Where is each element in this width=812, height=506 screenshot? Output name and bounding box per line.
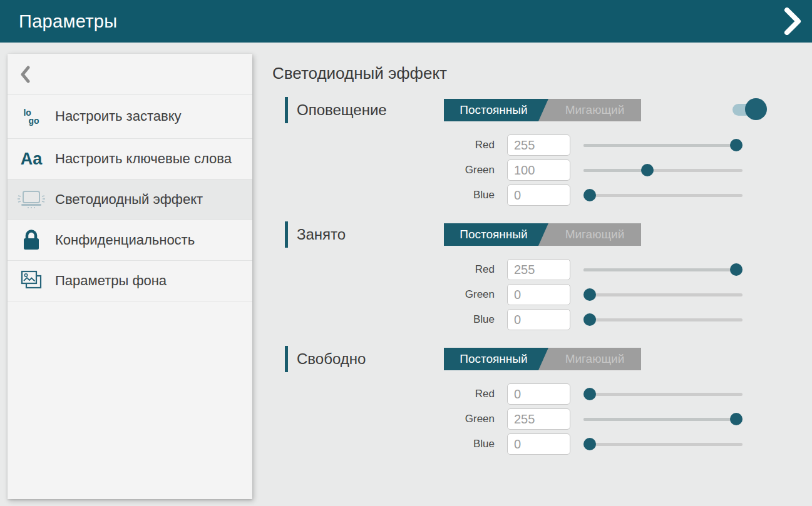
green-value-input[interactable]	[507, 284, 570, 305]
slider-fill	[583, 418, 736, 421]
back-chevron-icon	[20, 66, 31, 83]
sidebar-item-background[interactable]: Параметры фона	[8, 261, 252, 301]
slider-track	[583, 318, 743, 321]
channel-label: Red	[272, 388, 495, 400]
green-slider[interactable]	[583, 284, 743, 305]
red-slider[interactable]	[583, 134, 743, 156]
mode-tabs: Постоянный Мигающий	[444, 223, 641, 246]
sidebar-item-label: Настроить заставку	[55, 100, 192, 133]
section-header: Оповещение Постоянный Мигающий	[272, 97, 812, 123]
tab-solid[interactable]: Постоянный	[444, 223, 548, 246]
channel-row-green: Green	[272, 408, 812, 430]
green-value-input[interactable]	[507, 159, 570, 181]
settings-sidebar: logo Настроить заставку Aa Настроить клю…	[8, 54, 252, 499]
led-screen-icon	[8, 188, 55, 211]
channel-label: Blue	[272, 313, 495, 326]
section-accent-bar	[285, 97, 288, 123]
slider-fill	[583, 268, 736, 271]
channel-row-blue: Blue	[272, 185, 812, 206]
green-value-input[interactable]	[507, 408, 570, 430]
slider-fill	[583, 144, 736, 147]
red-slider[interactable]	[583, 383, 743, 405]
app-header: Параметры	[0, 0, 812, 43]
channel-row-blue: Blue	[272, 309, 812, 330]
section-name: Оповещение	[297, 101, 387, 119]
sidebar-item-label: Параметры фона	[55, 265, 177, 298]
led-effect-panel: Светодиодный эффект Оповещение Постоянны…	[272, 54, 812, 506]
slider-thumb[interactable]	[730, 413, 743, 425]
section-name: Занято	[297, 226, 346, 243]
channel-label: Blue	[272, 438, 495, 450]
slider-track	[583, 194, 743, 197]
sidebar-item-label: Светодиодный эффект	[55, 183, 213, 216]
background-images-icon	[8, 269, 55, 293]
blue-slider[interactable]	[583, 185, 743, 206]
red-value-input[interactable]	[507, 383, 570, 405]
tab-blinking[interactable]: Мигающий	[548, 99, 641, 121]
slider-thumb[interactable]	[583, 388, 596, 400]
channel-label: Red	[272, 263, 495, 276]
channel-row-red: Red	[272, 383, 812, 405]
section-free: Свободно Постоянный Мигающий Red Green	[272, 346, 812, 455]
channel-label: Green	[272, 413, 495, 425]
sidebar-item-label: Конфиденциальность	[55, 224, 205, 257]
blue-slider[interactable]	[583, 433, 743, 455]
tab-blinking[interactable]: Мигающий	[548, 348, 641, 370]
channel-row-blue: Blue	[272, 433, 812, 455]
slider-thumb[interactable]	[641, 164, 654, 176]
rgb-channels: Red Green Blue	[272, 134, 812, 206]
red-slider[interactable]	[583, 259, 743, 280]
slider-track	[583, 393, 743, 396]
sidebar-item-keywords[interactable]: Aa Настроить ключевые слова	[8, 139, 252, 180]
section-accent-bar	[285, 221, 288, 248]
forward-chevron-icon[interactable]	[782, 7, 803, 36]
slider-thumb[interactable]	[583, 189, 596, 201]
channel-label: Green	[272, 288, 495, 301]
red-value-input[interactable]	[507, 134, 570, 156]
sidebar-item-label: Настроить ключевые слова	[55, 143, 242, 176]
text-aa-icon: Aa	[8, 151, 55, 168]
slider-thumb[interactable]	[583, 288, 596, 301]
logo-icon: logo	[8, 109, 55, 125]
section-name: Свободно	[297, 350, 366, 368]
section-header: Занято Постоянный Мигающий	[272, 221, 812, 248]
slider-fill	[583, 169, 647, 172]
slider-thumb[interactable]	[583, 313, 596, 326]
mode-tabs: Постоянный Мигающий	[444, 348, 641, 370]
lock-icon	[8, 228, 55, 252]
slider-thumb[interactable]	[730, 139, 743, 151]
section-header: Свободно Постоянный Мигающий	[272, 346, 812, 372]
blue-value-input[interactable]	[507, 309, 570, 330]
sidebar-item-splash-screen[interactable]: logo Настроить заставку	[8, 95, 252, 139]
channel-row-green: Green	[272, 159, 812, 181]
tab-solid[interactable]: Постоянный	[444, 348, 548, 370]
slider-track	[583, 293, 743, 296]
slider-track	[583, 443, 743, 446]
channel-row-red: Red	[272, 134, 812, 156]
slider-thumb[interactable]	[583, 438, 596, 450]
green-slider[interactable]	[583, 408, 743, 430]
channel-label: Green	[272, 164, 495, 176]
panel-title: Светодиодный эффект	[272, 64, 812, 83]
alert-toggle-switch[interactable]	[732, 98, 767, 121]
red-value-input[interactable]	[507, 259, 570, 280]
section-busy: Занято Постоянный Мигающий Red Green	[272, 221, 812, 330]
channel-row-red: Red	[272, 259, 812, 280]
sidebar-item-led-effect[interactable]: Светодиодный эффект	[8, 180, 252, 220]
section-accent-bar	[285, 346, 288, 372]
sidebar-item-privacy[interactable]: Конфиденциальность	[8, 220, 252, 261]
slider-thumb[interactable]	[730, 263, 743, 276]
toggle-thumb	[745, 98, 767, 120]
blue-slider[interactable]	[583, 309, 743, 330]
channel-row-green: Green	[272, 284, 812, 305]
sidebar-back-button[interactable]	[8, 54, 252, 95]
tab-blinking[interactable]: Мигающий	[548, 223, 641, 246]
tab-solid[interactable]: Постоянный	[444, 99, 548, 121]
green-slider[interactable]	[583, 159, 743, 181]
channel-label: Blue	[272, 189, 495, 201]
section-alert: Оповещение Постоянный Мигающий Red	[272, 97, 812, 206]
page-title: Параметры	[19, 11, 117, 32]
blue-value-input[interactable]	[507, 433, 570, 455]
blue-value-input[interactable]	[507, 185, 570, 206]
channel-label: Red	[272, 139, 495, 151]
